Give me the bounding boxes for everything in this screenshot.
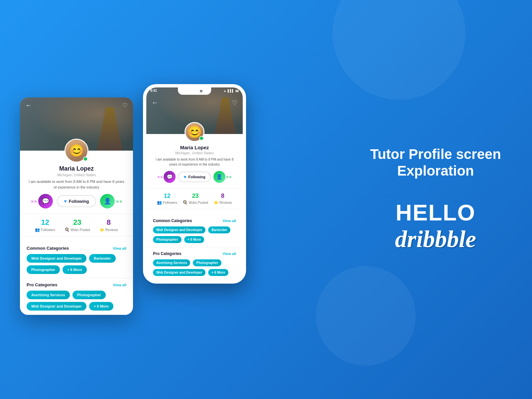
bg-decoration-1 (332, 0, 466, 100)
followers-text-2: Followers (163, 201, 177, 204)
common-categories-viewall-2[interactable]: View all (223, 219, 236, 223)
tag-photographer-pro-1[interactable]: Photographer (72, 291, 106, 299)
common-categories-viewall-1[interactable]: View all (113, 246, 126, 250)
profile-section-2: Maria Lopez Michigan, United States I am… (146, 134, 243, 214)
reviews-icon-2: ⭐ (213, 200, 218, 205)
profile-button-2[interactable]: 👤 (213, 171, 225, 183)
arrow-right-1: « « (116, 199, 122, 204)
followers-label-1: 👥 Followers (35, 227, 55, 232)
back-button-2[interactable]: ← (152, 99, 158, 106)
tag-advertising-2[interactable]: Avertising Services (153, 259, 190, 266)
posts-icon-2: 🍳 (183, 200, 188, 205)
tag-advertising-1[interactable]: Avertising Services (27, 291, 70, 299)
reviews-label-1: ⭐ Reviews (99, 227, 118, 232)
favorite-button-1[interactable]: ♡ (122, 102, 128, 109)
pro-categories-header-1: Pro Categories View all (27, 282, 126, 287)
followers-count-2: 12 (157, 193, 177, 200)
pro-categories-header-2: Pro Categories View all (153, 251, 236, 256)
common-categories-title-1: Common Categories (27, 246, 69, 251)
tag-photographer-pro-2[interactable]: Photographer (193, 259, 221, 266)
following-label-1: Following (69, 199, 89, 204)
tag-web-designer-pro-2[interactable]: Web Designer and Developer (153, 269, 205, 276)
chat-button-2[interactable]: 💬 (164, 171, 176, 183)
reviews-count-2: 8 (213, 193, 232, 200)
reviews-text-2: Reviews (219, 201, 232, 204)
online-indicator-2 (199, 136, 204, 141)
favorite-button-2[interactable]: ♡ (232, 99, 237, 106)
stat-posts-2: 23 🍳 Woks Posted (183, 193, 208, 205)
user-location-2: Michigan, United States (153, 151, 236, 155)
stat-followers-2: 12 👥 Followers (157, 193, 177, 205)
user-bio-2: I am available to work from 8 AM to 8 PM… (153, 157, 236, 167)
avatar-wrapper-1 (65, 139, 88, 163)
pro-categories-viewall-2[interactable]: View all (223, 252, 236, 256)
common-categories-section-2: Common Categories View all Web Designer … (146, 214, 243, 247)
posts-label-1: 🍳 Woks Posted (65, 227, 90, 232)
status-icons-2: ▲ ▌▌▌ ▮▮ (223, 89, 239, 92)
nav-overlay-1: ← ♡ (20, 97, 133, 113)
posts-count-1: 23 (65, 218, 90, 227)
battery-icon-2: ▮▮ (235, 89, 239, 92)
reviews-icon-1: ⭐ (99, 227, 104, 232)
common-categories-tags-2: Web Designer and Developer Bartender Pho… (153, 226, 236, 243)
posts-count-2: 23 (183, 193, 208, 200)
stats-row-1: 12 👥 Followers 23 🍳 Woks Posted 8 (20, 214, 133, 236)
stat-followers-1: 12 👥 Followers (35, 218, 55, 232)
tag-photographer-2[interactable]: Photographer (153, 236, 182, 243)
wifi-icon-2: ▲ (223, 89, 226, 92)
actions-row-1: » » 💬 ♥ Following 👤 « (27, 194, 126, 208)
arrow-right-2: « « (226, 175, 231, 179)
reviews-text-1: Reviews (105, 228, 118, 232)
arrow-left-1: » » (31, 199, 37, 204)
followers-text-1: Followers (41, 228, 55, 232)
title-line2: Exploration (366, 163, 505, 180)
common-categories-header-2: Common Categories View all (153, 218, 236, 223)
following-heart-icon-2: ♥ (184, 174, 186, 180)
bg-decoration-2 (316, 266, 416, 366)
followers-icon-1: 👥 (35, 227, 40, 232)
phone-device-2: 9:41 ▲ ▌▌▌ ▮▮ ← ♡ (143, 84, 246, 284)
tag-bartender-2[interactable]: Bartender (208, 226, 230, 233)
pro-categories-section-2: Pro Categories View all Avertising Servi… (146, 247, 243, 280)
following-button-1[interactable]: ♥ Following (57, 195, 96, 207)
pro-categories-title-2: Pro Categories (153, 251, 181, 256)
back-button-1[interactable]: ← (25, 101, 32, 109)
stats-row-2: 12 👥 Followers 23 🍳 Woks Posted (146, 188, 243, 209)
posts-icon-1: 🍳 (65, 227, 69, 232)
tag-more-pro-1[interactable]: + 6 More (89, 302, 113, 311)
right-panel: Tutor Profile screen Exploration HELLO d… (366, 146, 505, 253)
common-categories-section-1: Common Categories View all Web Designer … (20, 242, 133, 278)
tag-web-designer-pro-1[interactable]: Web Designer and Developer (27, 302, 86, 311)
tag-more-pro-2[interactable]: + 6 More (208, 269, 228, 276)
tag-more-common-2[interactable]: + 6 More (184, 236, 204, 243)
followers-icon-2: 👥 (157, 200, 162, 205)
phones-container: ← ♡ Maria Lopez Michigan, United States … (20, 91, 246, 308)
status-time-2: 9:41 (150, 89, 157, 92)
pro-categories-tags-1: Avertising Services Photographer Web Des… (27, 291, 126, 311)
posts-text-2: Woks Posted (189, 201, 208, 204)
user-name-1: Maria Lopez (27, 165, 126, 172)
pro-categories-viewall-1[interactable]: View all (113, 283, 126, 287)
avatar-wrapper-2 (185, 122, 204, 142)
chat-button-1[interactable]: 💬 (38, 194, 53, 208)
title-line1: Tutor Profile screen (366, 146, 505, 163)
pro-categories-tags-2: Avertising Services Photographer Web Des… (153, 259, 236, 276)
dribbble-text: dribbble (366, 225, 505, 253)
phone-card-1: ← ♡ Maria Lopez Michigan, United States … (20, 97, 133, 315)
tag-web-designer-2[interactable]: Web Designer and Developer (153, 226, 205, 233)
followers-count-1: 12 (35, 218, 55, 227)
phone-inner-2: 9:41 ▲ ▌▌▌ ▮▮ ← ♡ (146, 87, 243, 280)
stat-reviews-2: 8 ⭐ Reviews (213, 193, 232, 205)
online-indicator-1 (83, 157, 88, 161)
profile-button-1[interactable]: 👤 (100, 194, 115, 208)
tag-more-common-1[interactable]: + 6 More (63, 265, 87, 274)
tag-bartender-1[interactable]: Bartender (89, 254, 116, 263)
tag-web-designer-1[interactable]: Web Designer and Developer (27, 254, 86, 263)
actions-row-2: » » 💬 ♥ Following 👤 (153, 171, 236, 183)
user-location-1: Michigan, United States (27, 173, 126, 177)
following-button-2[interactable]: ♥ Following (178, 172, 211, 182)
user-bio-1: I am available to work from 8 AM to 8 PM… (27, 179, 126, 190)
arrow-left-2: » » (158, 175, 163, 179)
signal-icon-2: ▌▌▌ (228, 89, 234, 92)
tag-photographer-1[interactable]: Photographer (27, 265, 60, 274)
